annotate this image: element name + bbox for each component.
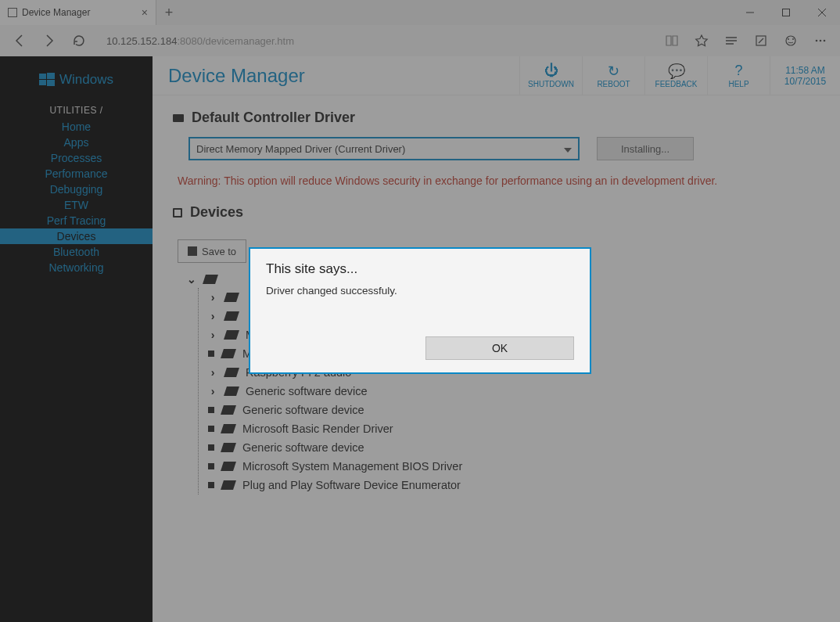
dialog-message: Driver changed successfuly. — [266, 285, 574, 297]
dialog-title: This site says... — [266, 261, 574, 277]
dialog-ok-button[interactable]: OK — [425, 336, 574, 360]
alert-dialog: This site says... Driver changed success… — [249, 247, 591, 374]
